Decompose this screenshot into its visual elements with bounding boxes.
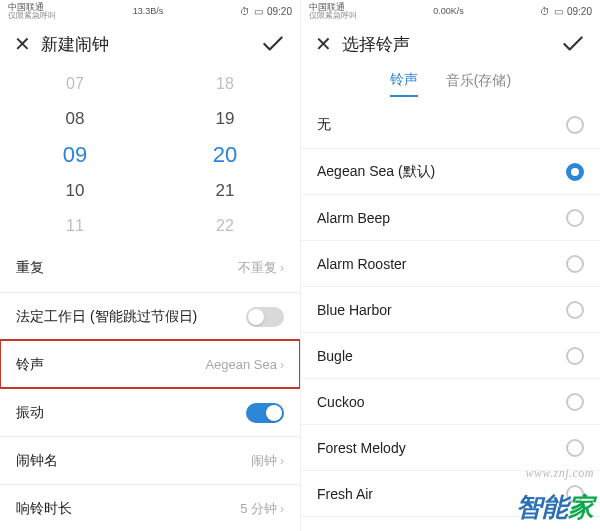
ringtone-item[interactable]: Fresh Air	[301, 470, 600, 516]
row-workday[interactable]: 法定工作日 (智能跳过节假日)	[0, 292, 300, 340]
ringtone-item[interactable]: Aegean Sea (默认)	[301, 148, 600, 194]
hour-selected: 09	[63, 137, 87, 173]
radio-icon[interactable]	[566, 255, 584, 273]
close-icon[interactable]: ✕	[14, 32, 31, 56]
tabs: 铃声 音乐(存储)	[301, 66, 600, 102]
battery-icon: ▭	[554, 6, 563, 17]
title-bar: ✕ 新建闹钟	[0, 22, 300, 66]
chevron-right-icon: ›	[280, 454, 284, 468]
row-vibrate[interactable]: 振动	[0, 388, 300, 436]
title-bar: ✕ 选择铃声	[301, 22, 600, 66]
radio-icon[interactable]	[566, 163, 584, 181]
carrier-sub: 仅限紧急呼叫	[309, 12, 357, 20]
radio-icon[interactable]	[566, 347, 584, 365]
workday-switch[interactable]	[246, 307, 284, 327]
left-screen: 中国联通 仅限紧急呼叫 13.3B/s ⏱ ▭ 09:20 ✕ 新建闹钟 07 …	[0, 0, 300, 531]
time-picker[interactable]: 07 08 09 10 11 18 19 20 21 22	[0, 66, 300, 244]
clock-label: 09:20	[267, 6, 292, 17]
confirm-button[interactable]	[560, 31, 586, 57]
settings-list: 重复 不重复› 法定工作日 (智能跳过节假日) 铃声 Aegean Sea› 振…	[0, 244, 300, 531]
ringtone-item[interactable]: Hawaii	[301, 516, 600, 531]
right-screen: 中国联通 仅限紧急呼叫 0.00K/s ⏱ ▭ 09:20 ✕ 选择铃声 铃声 …	[300, 0, 600, 531]
status-bar: 中国联通 仅限紧急呼叫 13.3B/s ⏱ ▭ 09:20	[0, 0, 300, 22]
ringtone-item[interactable]: Alarm Rooster	[301, 240, 600, 286]
alarm-icon: ⏱	[240, 6, 250, 17]
radio-icon[interactable]	[566, 485, 584, 503]
chevron-right-icon: ›	[280, 502, 284, 516]
alarm-icon: ⏱	[540, 6, 550, 17]
ringtone-item[interactable]: Bugle	[301, 332, 600, 378]
ringtone-item[interactable]: Cuckoo	[301, 378, 600, 424]
row-name[interactable]: 闹钟名 闹钟›	[0, 436, 300, 484]
clock-label: 09:20	[567, 6, 592, 17]
net-speed: 13.3B/s	[133, 6, 164, 16]
minute-column[interactable]: 18 19 20 21 22	[150, 66, 300, 244]
radio-icon[interactable]	[566, 301, 584, 319]
ringtone-item[interactable]: 无	[301, 102, 600, 148]
row-duration[interactable]: 响铃时长 5 分钟›	[0, 484, 300, 531]
radio-icon[interactable]	[566, 209, 584, 227]
carrier-sub: 仅限紧急呼叫	[8, 12, 56, 20]
chevron-right-icon: ›	[280, 358, 284, 372]
status-bar: 中国联通 仅限紧急呼叫 0.00K/s ⏱ ▭ 09:20	[301, 0, 600, 22]
row-ringtone[interactable]: 铃声 Aegean Sea›	[0, 340, 300, 388]
battery-icon: ▭	[254, 6, 263, 17]
page-title: 新建闹钟	[31, 33, 260, 56]
tab-ringtone[interactable]: 铃声	[390, 71, 418, 97]
confirm-button[interactable]	[260, 31, 286, 57]
ringtone-item[interactable]: Blue Harbor	[301, 286, 600, 332]
ringtone-item[interactable]: Alarm Beep	[301, 194, 600, 240]
ringtone-item[interactable]: Forest Melody	[301, 424, 600, 470]
tab-music[interactable]: 音乐(存储)	[446, 72, 511, 96]
row-repeat[interactable]: 重复 不重复›	[0, 244, 300, 292]
hour-column[interactable]: 07 08 09 10 11	[0, 66, 150, 244]
net-speed: 0.00K/s	[433, 6, 464, 16]
radio-icon[interactable]	[566, 393, 584, 411]
close-icon[interactable]: ✕	[315, 32, 332, 56]
minute-selected: 20	[213, 137, 237, 173]
page-title: 选择铃声	[332, 33, 560, 56]
radio-icon[interactable]	[566, 439, 584, 457]
chevron-right-icon: ›	[280, 261, 284, 275]
radio-icon[interactable]	[566, 116, 584, 134]
ringtone-list: 无 Aegean Sea (默认) Alarm Beep Alarm Roost…	[301, 102, 600, 531]
vibrate-switch[interactable]	[246, 403, 284, 423]
